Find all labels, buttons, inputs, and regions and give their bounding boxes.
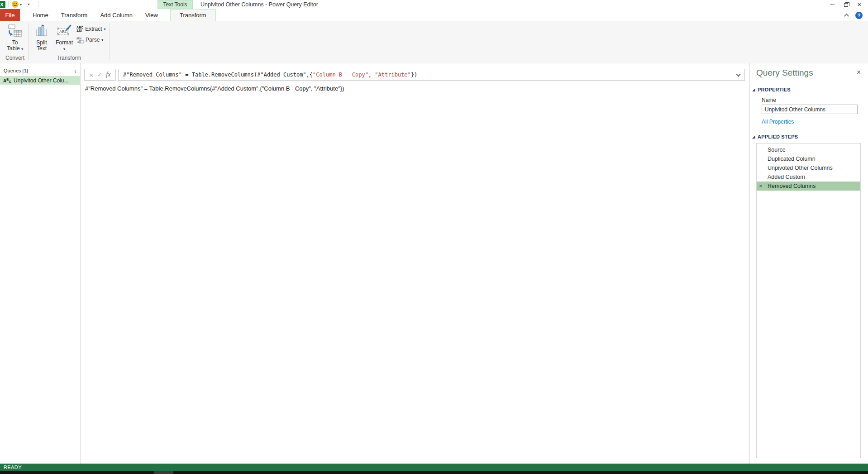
format-button[interactable]: ABC Format ▾	[53, 22, 76, 52]
close-pane-icon[interactable]: ×	[857, 69, 861, 76]
ribbon-group-convert: To Table ▾ Convert	[2, 21, 28, 63]
ribbon-tab-row: File Home Transform Add Column View Tran…	[0, 9, 868, 21]
name-label: Name	[762, 97, 861, 103]
formula-string-literal: "Attribute"	[375, 72, 410, 78]
query-list-item[interactable]: ABC Unpivitod Other Colu...	[0, 76, 80, 85]
queries-header: Queries [1]	[4, 68, 28, 74]
text-type-icon: ABC	[3, 77, 11, 84]
collapse-triangle-icon[interactable]	[752, 135, 755, 139]
window-title: Unpivitod Other Columns - Power Query Ed…	[200, 1, 318, 8]
query-settings-pane: Query Settings × PROPERTIES Name All Pro…	[749, 63, 868, 464]
parse-button[interactable]: abc Parse ▾	[76, 35, 106, 44]
restore-button[interactable]	[839, 0, 853, 9]
formula-string-literal: "Column B - Copy"	[313, 72, 368, 78]
help-icon[interactable]: ?	[855, 12, 863, 19]
query-item-label: Unpivitod Other Colu...	[14, 77, 68, 84]
step-item-source[interactable]: Source	[757, 145, 860, 154]
taskbar-clock	[835, 471, 855, 474]
text-tools-contextual-group[interactable]: Text Tools	[157, 0, 193, 9]
feedback-smiley-icon[interactable]	[12, 1, 19, 8]
tab-add-column[interactable]: Add Column	[94, 9, 139, 21]
qat-customize-icon[interactable]: ▾	[26, 2, 31, 6]
titlebar-separator	[8, 1, 9, 7]
extract-button[interactable]: ABC123 Extract ▾	[76, 24, 106, 34]
to-table-button[interactable]: To Table ▾	[4, 22, 26, 52]
format-icon: ABC	[56, 24, 72, 38]
name-input[interactable]	[762, 105, 858, 114]
status-bar: READY	[0, 464, 868, 471]
formula-cancel-icon[interactable]: ×	[90, 71, 94, 79]
minimize-button[interactable]	[825, 0, 839, 9]
formula-code: #"Removed Columns" = Table.RemoveColumns…	[123, 72, 313, 78]
extract-icon: ABC123	[76, 26, 83, 32]
status-text: READY	[4, 464, 22, 470]
formula-expand-chevron-down-icon[interactable]	[736, 72, 741, 77]
formula-accept-icon[interactable]: ✓	[97, 72, 102, 78]
ribbon-group-separator	[110, 23, 110, 60]
tab-contextual-transform[interactable]: Transform	[170, 9, 216, 21]
collapse-ribbon-icon[interactable]	[844, 13, 849, 18]
applied-steps-header: APPLIED STEPS	[758, 134, 798, 139]
minimize-icon	[830, 5, 835, 5]
document-code-line: #"Removed Columns" = Table.RemoveColumns…	[85, 85, 745, 92]
ribbon: To Table ▾ Convert Split	[0, 21, 868, 63]
smiley-dropdown-caret-icon[interactable]: ▾	[20, 3, 22, 7]
power-query-editor-window: X ▾ ▾ Text Tools Unpivitod Other Columns…	[0, 0, 868, 474]
split-text-icon	[34, 24, 49, 38]
query-settings-title: Query Settings	[756, 68, 813, 78]
document-pane: × ✓ fx #"Removed Columns" = Table.Remove…	[81, 63, 749, 464]
restore-icon	[844, 3, 848, 7]
collapse-pane-icon[interactable]: ‹	[74, 69, 76, 73]
group-label-convert: Convert	[4, 54, 26, 63]
taskbar-app-button[interactable]	[154, 471, 173, 474]
ribbon-group-transform: Split Text ABC Format ▾	[29, 21, 110, 63]
step-item-added-custom[interactable]: Added Custom	[757, 172, 860, 182]
dropdown-caret-icon: ▾	[104, 27, 106, 31]
delete-step-icon[interactable]: ×	[759, 182, 763, 191]
all-properties-link[interactable]: All Properties	[762, 119, 861, 125]
applied-steps-list: Source Duplicated Column Unpivoted Other…	[756, 143, 861, 458]
properties-section-header: PROPERTIES	[758, 87, 791, 92]
split-text-button[interactable]: Split Text	[30, 22, 53, 52]
dropdown-caret-icon: ▾	[63, 47, 65, 51]
parse-icon: abc	[76, 36, 84, 43]
close-button[interactable]: ×	[853, 0, 866, 9]
taskbar	[0, 471, 868, 474]
step-item-unpivoted-other-columns[interactable]: Unpivoted Other Columns	[757, 163, 860, 172]
collapse-triangle-icon[interactable]	[752, 88, 755, 91]
group-label-transform: Transform	[30, 54, 108, 63]
tab-view[interactable]: View	[139, 9, 164, 21]
step-item-removed-columns[interactable]: ×Removed Columns	[757, 182, 860, 191]
titlebar: X ▾ ▾ Text Tools Unpivitod Other Columns…	[0, 0, 868, 9]
formula-input[interactable]: #"Removed Columns" = Table.RemoveColumns…	[118, 69, 745, 81]
step-item-duplicated-column[interactable]: Duplicated Column	[757, 154, 860, 163]
tab-file[interactable]: File	[0, 9, 20, 21]
formula-bar-buttons: × ✓ fx	[84, 69, 116, 81]
close-icon: ×	[858, 1, 862, 8]
fx-icon[interactable]: fx	[106, 71, 110, 78]
tab-home[interactable]: Home	[26, 9, 55, 21]
dropdown-caret-icon: ▾	[21, 47, 23, 51]
dropdown-caret-icon: ▾	[101, 38, 103, 42]
svg-text:abc: abc	[76, 37, 82, 40]
queries-pane: Queries [1] ‹ ABC Unpivitod Other Colu..…	[0, 63, 81, 464]
excel-logo-icon: X	[0, 1, 5, 8]
tab-transform[interactable]: Transform	[55, 9, 94, 21]
titlebar-separator	[38, 1, 38, 7]
to-table-icon	[7, 24, 23, 38]
